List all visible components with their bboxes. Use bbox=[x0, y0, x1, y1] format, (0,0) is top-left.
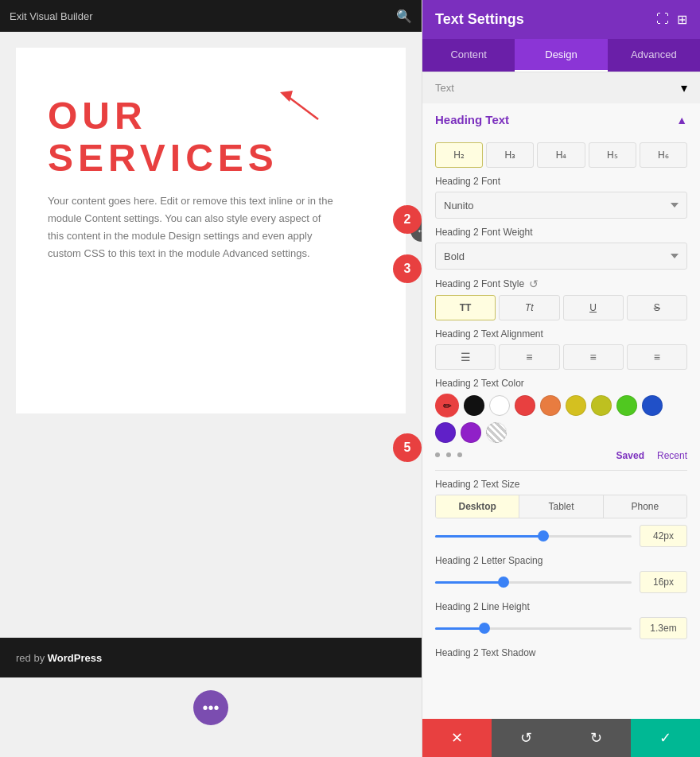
h5-button[interactable]: H₅ bbox=[589, 142, 636, 168]
h4-button[interactable]: H₄ bbox=[537, 142, 585, 168]
h6-button[interactable]: H₆ bbox=[640, 142, 687, 168]
color-purple1[interactable] bbox=[435, 422, 456, 443]
recent-link[interactable]: Recent bbox=[657, 450, 687, 461]
text-section[interactable]: Text ▾ bbox=[422, 72, 700, 103]
alignment-label: Heading 2 Text Alignment bbox=[435, 328, 687, 340]
color-orange[interactable] bbox=[540, 395, 561, 416]
color-black[interactable] bbox=[464, 395, 484, 416]
exit-builder-label[interactable]: Exit Visual Builder bbox=[10, 10, 93, 22]
align-center-button[interactable]: ≡ bbox=[499, 344, 559, 370]
panel-header: Text Settings ⛶ ⊞ bbox=[422, 0, 700, 39]
line-height-value[interactable]: 1.3em bbox=[640, 617, 687, 639]
font-style-label: Heading 2 Font Style bbox=[435, 278, 524, 289]
font-style-buttons: TT Tt U S bbox=[435, 295, 687, 320]
color-red[interactable] bbox=[515, 395, 535, 416]
save-button[interactable]: ✓ bbox=[631, 719, 700, 757]
font-select[interactable]: Nunito bbox=[435, 192, 687, 219]
device-tab-desktop[interactable]: Desktop bbox=[436, 495, 519, 518]
color-white[interactable] bbox=[489, 395, 510, 416]
device-tabs: Desktop Tablet Phone bbox=[435, 495, 687, 518]
text-shadow-label: Heading 2 Text Shadow bbox=[435, 647, 687, 658]
heading-section-header[interactable]: Heading Text ▲ bbox=[422, 103, 700, 136]
badge-2: 2 bbox=[393, 205, 422, 234]
canvas-content: OUR SERVICES Your content goes here. Edi… bbox=[16, 48, 406, 413]
footer-bar: red by WordPress bbox=[0, 638, 422, 677]
alignment-buttons: ☰ ≡ ≡ ≡ bbox=[435, 344, 687, 370]
heading-level-buttons: H₂ H₃ H₄ H₅ H₆ bbox=[435, 142, 687, 168]
letter-spacing-value[interactable]: 16px bbox=[640, 571, 687, 593]
redo-button[interactable]: ↻ bbox=[562, 719, 631, 757]
text-size-label: Heading 2 Text Size bbox=[435, 479, 687, 490]
letter-spacing-slider-row: 16px bbox=[435, 571, 687, 593]
style-it-button[interactable]: Tt bbox=[499, 295, 559, 320]
dots-icon: ••• bbox=[202, 699, 219, 717]
color-picker-button[interactable]: ✏ bbox=[435, 394, 459, 417]
cancel-button[interactable]: ✕ bbox=[422, 719, 492, 757]
badge-3: 3 bbox=[393, 254, 422, 283]
font-style-reset-icon[interactable]: ↺ bbox=[529, 278, 539, 290]
size-slider-row: 42px bbox=[435, 525, 687, 547]
services-heading: OUR SERVICES bbox=[48, 95, 278, 180]
line-height-label: Heading 2 Line Height bbox=[435, 601, 687, 612]
device-tab-phone[interactable]: Phone bbox=[604, 495, 686, 518]
heading-section-arrow: ▲ bbox=[676, 114, 687, 126]
tab-design[interactable]: Design bbox=[515, 39, 607, 72]
undo-button[interactable]: ↺ bbox=[492, 719, 561, 757]
h2-button[interactable]: H₂ bbox=[435, 142, 483, 168]
badge-5: 5 bbox=[393, 433, 422, 462]
h3-button[interactable]: H₃ bbox=[486, 142, 534, 168]
panel-tabs: Content Design Advanced bbox=[422, 39, 700, 72]
style-tt-button[interactable]: TT bbox=[435, 295, 496, 320]
undo-icon: ↺ bbox=[520, 729, 532, 747]
panel-body: Text ▾ Heading Text ▲ H₂ H₃ H₄ H₅ H₆ Hea… bbox=[422, 72, 700, 719]
search-icon[interactable]: 🔍 bbox=[396, 9, 412, 24]
line-height-slider-row: 1.3em bbox=[435, 617, 687, 639]
color-purple2[interactable] bbox=[461, 422, 481, 443]
color-yellow[interactable] bbox=[566, 395, 586, 416]
color-striped[interactable] bbox=[486, 422, 507, 443]
font-weight-select[interactable]: Bold bbox=[435, 243, 687, 270]
footer-text: red by WordPress bbox=[16, 652, 102, 664]
grid-icon[interactable]: ⊞ bbox=[677, 12, 687, 27]
align-justify-button[interactable]: ≡ bbox=[627, 344, 687, 370]
panel-header-icons: ⛶ ⊞ bbox=[656, 12, 687, 27]
align-right-button[interactable]: ≡ bbox=[563, 344, 624, 370]
redo-icon: ↻ bbox=[590, 729, 602, 747]
divider bbox=[435, 470, 687, 471]
top-bar: Exit Visual Builder 🔍 bbox=[0, 0, 422, 32]
color-swatches: ✏ bbox=[435, 394, 687, 443]
text-section-label: Text bbox=[435, 82, 454, 94]
panel-title: Text Settings bbox=[435, 11, 524, 28]
saved-link[interactable]: Saved bbox=[616, 450, 644, 461]
svg-marker-1 bbox=[280, 91, 293, 102]
tab-content[interactable]: Content bbox=[422, 39, 515, 72]
line-height-slider[interactable] bbox=[435, 622, 632, 635]
color-footer: Saved Recent bbox=[616, 450, 687, 461]
device-tab-tablet[interactable]: Tablet bbox=[519, 495, 603, 518]
size-value[interactable]: 42px bbox=[640, 525, 687, 547]
heading-settings: H₂ H₃ H₄ H₅ H₆ Heading 2 Font Nunito Hea… bbox=[422, 136, 700, 693]
heading-section-title: Heading Text bbox=[435, 113, 509, 126]
align-left-button[interactable]: ☰ bbox=[435, 344, 496, 370]
heading-line1: OUR bbox=[48, 95, 147, 137]
body-text: Your content goes here. Edit or remove t… bbox=[48, 192, 334, 262]
letter-spacing-slider[interactable] bbox=[435, 576, 632, 588]
text-section-arrow: ▾ bbox=[681, 80, 687, 95]
style-ul-button[interactable]: U bbox=[563, 295, 624, 320]
fullscreen-icon[interactable]: ⛶ bbox=[656, 12, 669, 27]
save-icon: ✓ bbox=[659, 729, 671, 747]
arrow-annotation bbox=[262, 80, 326, 127]
color-blue[interactable] bbox=[642, 395, 663, 416]
panel-footer: ✕ ↺ ↻ ✓ bbox=[422, 719, 700, 757]
font-weight-label: Heading 2 Font Weight bbox=[435, 227, 687, 238]
color-green[interactable] bbox=[616, 395, 637, 416]
size-slider[interactable] bbox=[435, 530, 632, 542]
add-module-button[interactable]: ••• bbox=[193, 690, 228, 725]
canvas-area: Exit Visual Builder 🔍 OUR SERVICES Your … bbox=[0, 0, 422, 757]
color-yellow2[interactable] bbox=[591, 395, 612, 416]
text-shadow-area bbox=[435, 663, 687, 687]
font-label: Heading 2 Font bbox=[435, 176, 687, 187]
cancel-icon: ✕ bbox=[451, 729, 463, 747]
tab-advanced[interactable]: Advanced bbox=[608, 39, 700, 72]
style-st-button[interactable]: S bbox=[627, 295, 687, 320]
